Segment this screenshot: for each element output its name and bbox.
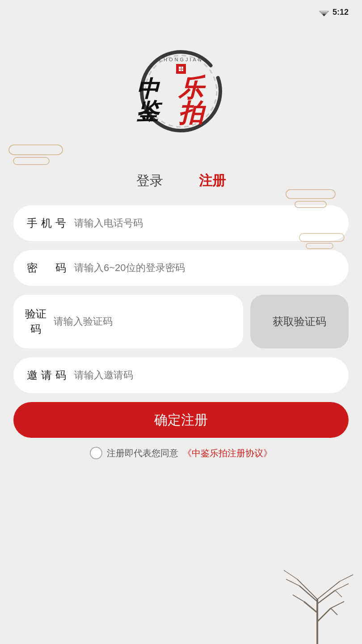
svg-line-19 xyxy=(331,602,344,608)
agreement-checkbox[interactable] xyxy=(90,447,102,459)
svg-rect-7 xyxy=(295,201,326,208)
submit-label: 确定注册 xyxy=(154,411,208,429)
svg-line-16 xyxy=(299,586,317,602)
svg-line-22 xyxy=(335,584,349,590)
tab-register[interactable]: 注册 xyxy=(199,172,226,192)
submit-register-button[interactable]: 确定注册 xyxy=(13,402,349,438)
svg-rect-9 xyxy=(306,243,333,249)
tab-login[interactable]: 登录 xyxy=(136,172,163,192)
tree-decoration xyxy=(273,532,362,644)
password-input-row: 密 码 xyxy=(13,250,349,286)
svg-line-23 xyxy=(335,590,342,597)
svg-line-25 xyxy=(284,570,297,579)
svg-line-24 xyxy=(340,575,353,581)
password-label: 密 码 xyxy=(27,261,70,275)
cloud-decoration-left xyxy=(4,136,85,172)
agreement-row: 注册即代表您同意 《中鉴乐拍注册协议》 xyxy=(0,447,362,459)
agreement-link[interactable]: 《中鉴乐拍注册协议》 xyxy=(183,447,272,459)
verification-row: 验证 码 获取验证码 xyxy=(13,295,349,348)
svg-line-18 xyxy=(297,579,317,599)
verification-input-box: 验证 码 xyxy=(13,295,243,348)
logo-icon-box xyxy=(176,64,186,74)
invite-label: 邀请码 xyxy=(27,368,70,382)
svg-rect-4 xyxy=(9,145,63,155)
svg-line-20 xyxy=(331,608,337,615)
get-code-button[interactable]: 获取验证码 xyxy=(250,295,349,348)
svg-line-17 xyxy=(317,581,340,599)
logo-area: ZHONGJIAN 中鉴 乐拍 xyxy=(0,38,362,145)
phone-input[interactable] xyxy=(74,217,335,229)
svg-line-14 xyxy=(304,602,317,613)
wifi-icon xyxy=(319,8,329,16)
svg-rect-6 xyxy=(286,190,335,199)
invite-input[interactable] xyxy=(74,369,335,381)
logo-main-text: 中鉴 乐拍 xyxy=(136,76,226,126)
invite-input-row: 邀请码 xyxy=(13,357,349,393)
status-time: 5:12 xyxy=(333,8,349,17)
agreement-prefix: 注册即代表您同意 xyxy=(107,447,178,459)
phone-label: 手机号 xyxy=(27,216,70,230)
svg-line-13 xyxy=(317,608,331,622)
status-bar-right: 5:12 xyxy=(319,8,349,17)
app-logo: ZHONGJIAN 中鉴 乐拍 xyxy=(136,47,226,136)
verification-input[interactable] xyxy=(54,316,234,327)
svg-rect-8 xyxy=(299,233,344,242)
svg-line-26 xyxy=(286,579,299,586)
verification-label: 验证 码 xyxy=(22,306,49,336)
logo-red-text: 乐拍 xyxy=(178,76,226,126)
status-bar: 5:12 xyxy=(0,0,362,20)
logo-subtitle-text: ZHONGJIAN xyxy=(159,57,203,62)
svg-line-21 xyxy=(293,595,304,602)
logo-black-text: 中鉴 xyxy=(136,78,178,123)
cloud-decoration-right-2 xyxy=(295,230,358,252)
password-input[interactable] xyxy=(74,262,335,274)
svg-rect-5 xyxy=(13,157,49,165)
cloud-decoration-right-1 xyxy=(282,185,353,212)
